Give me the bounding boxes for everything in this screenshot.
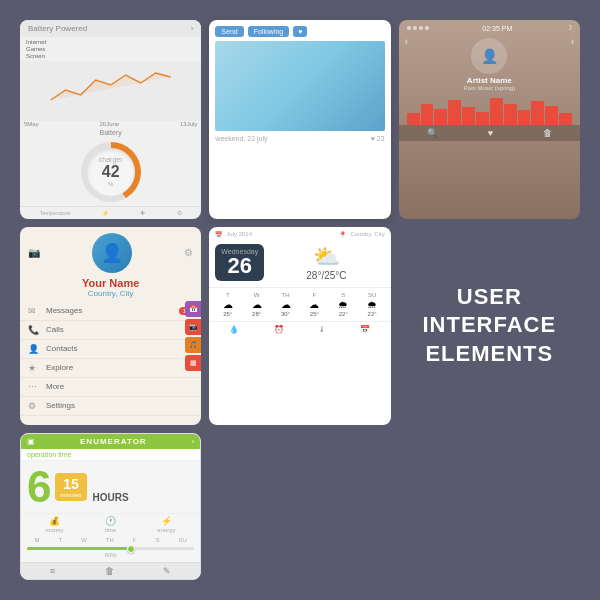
settings-icon[interactable]: ⚙ — [184, 247, 193, 258]
menu-item-messages[interactable]: ✉ Messages 12 — [20, 302, 201, 321]
energy-icon: ⚡ — [161, 516, 172, 526]
photo-likes: ♥ 23 — [371, 135, 385, 142]
weather-main-info: ⛅ 28°/25°C — [268, 244, 384, 281]
enum-stats: 💰 money 🕐 time ⚡ energy — [21, 513, 200, 535]
contacts-icon: 👤 — [28, 344, 40, 354]
artist-name: Artist Name — [467, 76, 512, 85]
nav-item-games[interactable]: Games — [26, 46, 195, 52]
main-container: Battery Powered › Internet Games Screen … — [10, 10, 590, 590]
main-title: USER INTERFACE ELEMENTS — [399, 283, 580, 369]
battery-section-label: Battery — [20, 127, 201, 138]
weather-month: July 2014 — [226, 231, 252, 237]
forecast-t: T ☁ 25° — [223, 292, 233, 317]
sidebar-tab-orange[interactable]: 🎵 — [185, 337, 201, 353]
battery-panel: Battery Powered › Internet Games Screen … — [20, 20, 201, 219]
photo-meta: weekend, 22 july ♥ 23 — [215, 135, 384, 142]
slider-fill — [27, 547, 127, 550]
weather-day-num: 26 — [221, 255, 258, 277]
weather-footer: 💧 ⏰ 🌡 📅 — [209, 321, 390, 337]
forecast-w: W ☁ 28° — [252, 292, 262, 317]
forecast-su: SU 🌧 22° — [367, 292, 377, 317]
day-m: M — [34, 537, 39, 543]
weather-panel: 📅 July 2014 📍 Country, City Wednesday 26… — [209, 227, 390, 426]
weather-forecast: T ☁ 25° W ☁ 28° TH ☁ 30° F ☁ 25° S 🌧 — [209, 287, 390, 321]
music-nav: ‹ 👤 Artist Name Rain Music (spring) › — [399, 34, 580, 95]
messages-icon: ✉ — [28, 306, 40, 316]
profile-info: Your Name Country, City — [20, 277, 201, 302]
sidebar-tabs: 📅 📷 🎵 ▦ — [185, 301, 201, 371]
menu-item-contacts[interactable]: 👤 Contacts — [20, 340, 201, 359]
calls-label: Calls — [46, 325, 64, 334]
song-name: Rain Music (spring) — [463, 85, 515, 91]
day-s: S — [155, 537, 159, 543]
trash-icon[interactable]: 🗑 — [543, 128, 552, 138]
weather-main-icon: ⛅ — [313, 244, 340, 270]
weather-location: Country, City — [350, 231, 384, 237]
photo-panel: Send Following ♥ weekend, 22 july ♥ 23 — [209, 20, 390, 219]
stat-energy: ⚡ energy — [157, 516, 175, 533]
profile-menu: ✉ Messages 12 📞 Calls 👤 Contacts ★ Explo… — [20, 302, 201, 426]
more-label: More — [46, 382, 64, 391]
enum-slider[interactable] — [27, 547, 194, 550]
gauge-inner: charger 42 % — [87, 148, 135, 196]
search-icon[interactable]: 🔍 — [427, 128, 438, 138]
forecast-s: S 🌧 22° — [338, 292, 348, 317]
heart-icon[interactable]: ♥ — [488, 128, 493, 138]
day-t: T — [58, 537, 62, 543]
send-button[interactable]: Send — [215, 26, 243, 37]
music-avatar-area: 👤 Artist Name Rain Music (spring) — [463, 36, 515, 93]
stat-time: 🕐 time — [105, 516, 116, 533]
nav-item-screen[interactable]: Screen — [26, 53, 195, 59]
sidebar-tab-red2[interactable]: ▦ — [185, 355, 201, 371]
footer-temp: Temperature — [40, 210, 71, 216]
moon-icon: ☽ — [566, 24, 572, 32]
photo-image — [215, 41, 384, 131]
footer-list-icon[interactable]: ≡ — [50, 566, 55, 576]
music-top-bar: 02:35 PM ☽ — [399, 20, 580, 34]
music-time: 02:35 PM — [482, 25, 512, 32]
footer-trash-icon[interactable]: 🗑 — [105, 566, 114, 576]
enum-subtitle: operation time — [21, 449, 200, 461]
menu-item-more[interactable]: ⋯ More — [20, 378, 201, 397]
minutes-number: 15 — [60, 476, 81, 492]
profile-name: Your Name — [28, 277, 193, 289]
profile-panel: 📷 👤 ⚙ Your Name Country, City ✉ Messages… — [20, 227, 201, 426]
gauge-unit: % — [108, 181, 113, 187]
enum-slider-area: 60% — [21, 545, 200, 562]
chart-area — [20, 61, 201, 121]
next-button[interactable]: › — [571, 36, 574, 93]
enum-days-row: M T W TH F S SU — [21, 535, 200, 545]
music-dots — [407, 26, 429, 30]
heart-button[interactable]: ♥ — [293, 26, 307, 37]
battery-title: Battery Powered — [28, 24, 87, 33]
center-title-area: USER INTERFACE ELEMENTS — [399, 227, 580, 426]
menu-item-explore[interactable]: ★ Explore — [20, 359, 201, 378]
music-bars — [399, 95, 580, 125]
messages-label: Messages — [46, 306, 82, 315]
gauge-circle: charger 42 % — [81, 142, 141, 202]
sidebar-tab-red[interactable]: 📷 — [185, 319, 201, 335]
battery-chart — [28, 65, 193, 105]
hours-number: 6 — [27, 465, 51, 509]
footer-voltage: ⚡ — [102, 210, 109, 216]
gauge-value: 42 — [102, 163, 120, 181]
sidebar-tab-purple[interactable]: 📅 — [185, 301, 201, 317]
day-th: TH — [106, 537, 114, 543]
slider-thumb — [127, 545, 135, 553]
hours-label: HOURS — [93, 492, 129, 509]
money-label: money — [46, 527, 64, 533]
dot-3 — [419, 26, 423, 30]
prev-button[interactable]: ‹ — [405, 36, 408, 93]
menu-item-settings[interactable]: ⚙ Settings — [20, 397, 201, 416]
thermometer-icon: 🌡 — [318, 325, 326, 334]
menu-item-calls[interactable]: 📞 Calls — [20, 321, 201, 340]
follow-button[interactable]: Following — [248, 26, 290, 37]
chevron-right-icon: › — [191, 24, 194, 33]
profile-city: Country, City — [28, 289, 193, 298]
nav-item-internet[interactable]: Internet — [26, 39, 195, 45]
calendar-icon: 📅 — [215, 231, 222, 238]
alarm-icon: ⏰ — [274, 325, 284, 334]
forecast-f: F ☁ 25° — [309, 292, 319, 317]
battery-footer: Temperature ⚡ ✚ ⚙ — [20, 206, 201, 219]
footer-edit-icon[interactable]: ✎ — [163, 566, 171, 576]
